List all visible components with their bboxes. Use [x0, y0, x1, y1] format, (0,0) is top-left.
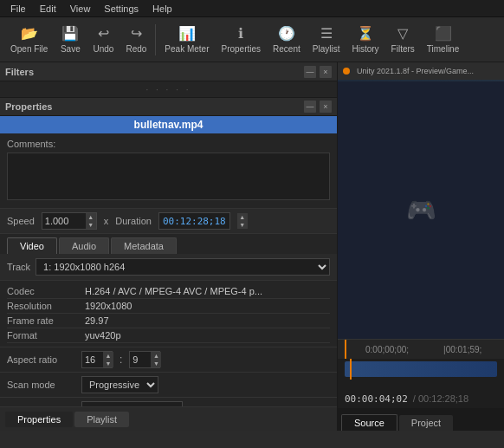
filters-panel: Filters — × · · · · ·: [0, 62, 337, 98]
right-panel: Unity 2021.1.8f - Preview/Game... 🎮 0:00…: [338, 62, 504, 431]
source-tab-project[interactable]: Project: [399, 415, 453, 431]
filters-drag-handle: · · · · ·: [145, 85, 191, 94]
duration-up-button[interactable]: ▲: [237, 213, 248, 221]
timeline-track: [345, 361, 497, 377]
aspect-ratio-label: Aspect ratio: [7, 354, 76, 365]
menu-help[interactable]: Help: [145, 0, 179, 16]
preview-content: Unity 2021.1.8f - Preview/Game... 🎮: [338, 62, 504, 339]
aspect-h-down[interactable]: ▼: [151, 360, 161, 367]
peak-meter-icon: 📊: [178, 25, 196, 42]
bottom-tab-playlist[interactable]: Playlist: [74, 412, 129, 427]
properties-controls: — ×: [304, 101, 332, 113]
playlist-icon: ☰: [320, 25, 333, 42]
open-file-button[interactable]: 📂 Open File: [5, 21, 53, 59]
peak-meter-label: Peak Meter: [165, 44, 209, 54]
menu-bar: File Edit View Settings Help: [0, 0, 504, 17]
comments-label: Comments:: [7, 139, 330, 149]
filters-minimize-button[interactable]: —: [304, 66, 316, 78]
speed-arrows: ▲ ▼: [86, 213, 96, 229]
undo-icon: ↩: [98, 25, 109, 42]
playlist-label: Playlist: [313, 44, 340, 54]
speed-unit: x: [104, 216, 109, 226]
timeline-button[interactable]: ⬛ Timeline: [422, 21, 464, 59]
framerate-row: Frame rate 29.97: [7, 314, 330, 328]
framerate-value: 29.97: [85, 315, 330, 326]
redo-icon: ↪: [131, 25, 142, 42]
filename-text: bulletnav.mp4: [134, 119, 204, 131]
tab-audio[interactable]: Audio: [59, 237, 109, 254]
duration-value: 00:12:28;18: [163, 216, 226, 227]
filters-icon: ▽: [397, 25, 408, 42]
aspect-width-input[interactable]: [82, 354, 103, 365]
speed-down-button[interactable]: ▼: [86, 221, 96, 229]
timecode-bar: 00:00:04;02 / 00:12:28;18: [338, 389, 504, 408]
aspect-width-box[interactable]: ▲ ▼: [81, 351, 113, 368]
recent-icon: 🕐: [278, 25, 295, 42]
timeline-playhead2: [350, 359, 352, 380]
properties-icon: ℹ: [238, 25, 243, 42]
duration-down-button[interactable]: ▼: [237, 221, 248, 229]
aspect-w-up[interactable]: ▲: [103, 352, 113, 360]
filters-button[interactable]: ▽ Filters: [386, 21, 420, 59]
aspect-height-input[interactable]: [130, 354, 151, 365]
timeline-playhead: [345, 340, 346, 359]
timecode-separator: / 00:12:28;18: [413, 393, 468, 404]
filters-close-button[interactable]: ×: [320, 66, 332, 78]
duration-arrows: ▲ ▼: [237, 213, 248, 229]
resolution-row: Resolution 1920x1080: [7, 299, 330, 314]
playlist-button[interactable]: ☰ Playlist: [307, 21, 346, 59]
codec-label: Codec: [7, 286, 85, 296]
undo-button[interactable]: ↩ Undo: [87, 21, 119, 59]
speed-input[interactable]: [42, 216, 86, 226]
history-label: History: [352, 44, 378, 54]
properties-label: Properties: [222, 44, 262, 54]
codec-row: Codec H.264 / AVC / MPEG-4 AVC / MPEG-4 …: [7, 284, 330, 299]
timeline-ruler: 0:00;00;00; |00:01;59;: [338, 345, 504, 354]
speed-spinbox[interactable]: ▲ ▼: [42, 212, 97, 230]
source-tab-source[interactable]: Source: [341, 414, 397, 431]
filters-label: Filters: [391, 44, 415, 54]
menu-edit[interactable]: Edit: [33, 0, 63, 16]
bottom-tabs: Properties Playlist: [0, 406, 337, 431]
track-label: Track: [7, 262, 30, 272]
time-marker-end: |00:01;59;: [426, 345, 499, 354]
speed-label: Speed: [7, 216, 35, 226]
properties-close-button[interactable]: ×: [320, 101, 332, 113]
track-row: Track 1: 1920x1080 h264: [0, 254, 337, 281]
recent-button[interactable]: 🕐 Recent: [268, 21, 306, 59]
resolution-value: 1920x1080: [85, 301, 330, 311]
timeline-track-area[interactable]: [338, 359, 504, 389]
menu-settings[interactable]: Settings: [97, 0, 145, 16]
bottom-tab-properties[interactable]: Properties: [5, 412, 73, 427]
properties-minimize-button[interactable]: —: [304, 101, 316, 113]
properties-panel-title: Properties: [5, 101, 52, 112]
timeline-area: 0:00;00;00; |00:01;59; 00:00:04;02 / 00:…: [338, 339, 504, 408]
resolution-label: Resolution: [7, 301, 85, 311]
tab-metadata[interactable]: Metadata: [111, 237, 177, 254]
track-select[interactable]: 1: 1920x1080 h264: [36, 258, 330, 276]
redo-button[interactable]: ↪ Redo: [120, 21, 152, 59]
menu-view[interactable]: View: [63, 0, 98, 16]
history-button[interactable]: ⏳ History: [346, 21, 384, 59]
tab-video[interactable]: Video: [7, 237, 57, 254]
comments-section: Comments:: [0, 133, 337, 208]
preview-screen: Unity 2021.1.8f - Preview/Game... 🎮: [338, 62, 504, 339]
comments-textarea[interactable]: [7, 153, 330, 200]
aspect-h-up[interactable]: ▲: [151, 352, 161, 360]
format-row: Format yuv420p: [7, 328, 330, 343]
speed-up-button[interactable]: ▲: [86, 213, 96, 221]
field-order-row: Field order Bottom Field First Top Field…: [0, 397, 337, 406]
main-content: Filters — × · · · · · Properties — × bul…: [0, 62, 504, 431]
menu-file[interactable]: File: [3, 0, 33, 16]
history-icon: ⏳: [357, 25, 374, 42]
aspect-height-box[interactable]: ▲ ▼: [129, 351, 160, 368]
video-tabs-row: Video Audio Metadata: [0, 234, 337, 254]
properties-button[interactable]: ℹ Properties: [216, 21, 267, 59]
aspect-w-down[interactable]: ▼: [103, 360, 113, 367]
left-panel: Filters — × · · · · · Properties — × bul…: [0, 62, 338, 431]
save-label: Save: [61, 44, 81, 54]
save-button[interactable]: 💾 Save: [55, 21, 86, 59]
peak-meter-button[interactable]: 📊 Peak Meter: [159, 21, 214, 59]
recent-label: Recent: [273, 44, 300, 54]
scan-mode-select[interactable]: Progressive Interlaced: [81, 376, 158, 393]
